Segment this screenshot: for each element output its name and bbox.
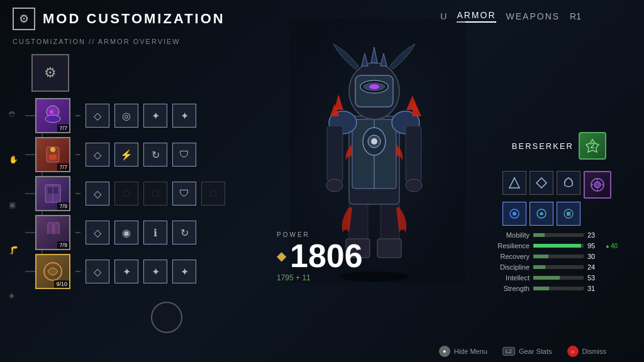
stat-label-mobility: Mobility [487, 231, 530, 239]
stat-row-resilience: Resilience 95 40 [487, 242, 638, 250]
stat-fill-strength [533, 287, 549, 290]
stat-row-recovery: Recovery 30 [487, 253, 638, 260]
stat-row-mobility: Mobility 23 [487, 231, 638, 239]
subclass-icon-5[interactable] [530, 202, 553, 226]
chest-mod-2[interactable]: □ [114, 182, 138, 206]
power-bonus: + 11 [296, 273, 311, 282]
section-title: CUSTOMIZATION // ARMOR OVERVIEW [13, 38, 302, 45]
mod-icon: ◇ [94, 149, 101, 161]
type-icon-chest: ▣ [9, 200, 18, 209]
arms-mod-2[interactable]: ⚡ [114, 143, 138, 167]
armor-item-legs[interactable]: 7/9 [35, 215, 70, 250]
subclass-icon-3[interactable] [557, 171, 580, 195]
svg-point-24 [371, 138, 377, 145]
armor-item-helmet[interactable]: 7/7 [35, 98, 70, 133]
helmet-mod-3[interactable]: ✦ [143, 104, 167, 128]
svg-point-33 [326, 179, 343, 192]
page-title: MOD CUSTOMIZATION [43, 11, 225, 27]
arms-mod-4[interactable]: 🛡 [172, 143, 196, 167]
gear-stats-label: Gear Stats [519, 348, 552, 355]
left-panel: CUSTOMIZATION // ARMOR OVERVIEW ⚙ 7/7 [13, 38, 302, 333]
mod-icon-4: ✦ [180, 110, 189, 122]
hint-gear-stats: L2 Gear Stats [502, 347, 552, 356]
class-mod-1[interactable]: ◇ [86, 260, 109, 283]
type-icon-legs: 🦵 [9, 246, 18, 255]
armor-tree: ⚙ 7/7 ◇ ◎ ✦ [13, 54, 302, 333]
arms-mod-1[interactable]: ◇ [86, 143, 109, 167]
subclass-icon-2[interactable] [530, 171, 553, 195]
helmet-mod-2[interactable]: ◎ [114, 104, 138, 128]
svg-point-1 [45, 115, 60, 123]
red-circle-icon: ○ [567, 346, 579, 357]
legs-mod-3[interactable]: ℹ [143, 221, 167, 244]
stat-bar-recovery [533, 255, 584, 258]
mod-icon: ◇ [94, 227, 101, 239]
subclass-icon-4[interactable] [502, 202, 526, 226]
power-value-container: ◆ 1806 [277, 239, 363, 272]
legs-mod-1[interactable]: ◇ [86, 221, 109, 244]
arms-mod-slots: ◇ ⚡ ↻ 🛡 [75, 143, 196, 167]
stat-value-resilience: 95 [587, 242, 601, 250]
chest-mod-5[interactable]: □ [201, 182, 225, 206]
h-connector-chest [25, 193, 35, 194]
mod-icon: ↻ [152, 149, 160, 161]
bottom-empty-node [151, 302, 182, 333]
subclass-icon-6[interactable] [557, 202, 580, 226]
stat-row-discipline: Discipline 24 [487, 263, 638, 271]
svg-rect-18 [377, 239, 401, 258]
stat-value-recovery: 30 [587, 253, 601, 260]
helmet-mod-4[interactable]: ✦ [172, 104, 196, 128]
svg-text:2: 2 [591, 141, 595, 150]
mod-icon-3: ✦ [152, 110, 160, 122]
legs-mod-2[interactable]: ◉ [114, 221, 138, 244]
armor-item-arms[interactable]: 7/7 [35, 137, 70, 172]
tab-weapons[interactable]: WEAPONS [506, 11, 560, 21]
subclass-top-row [502, 171, 611, 199]
svg-rect-12 [54, 234, 59, 241]
legs-mod-slots: ◇ ◉ ℹ ↻ [75, 221, 196, 244]
l2-button-icon: L2 [502, 347, 515, 356]
chest-mod-1[interactable]: ◇ [86, 182, 109, 206]
svg-point-40 [369, 84, 379, 89]
chest-mod-3[interactable]: □ [143, 182, 167, 206]
chest-mod-slots: ◇ □ □ 🛡 □ [75, 182, 225, 206]
stat-value-mobility: 23 [587, 231, 601, 239]
svg-point-2 [50, 110, 53, 114]
stat-value-discipline: 24 [587, 263, 601, 271]
master-config-node[interactable]: ⚙ [31, 54, 69, 92]
subclass-icon-1[interactable] [502, 171, 526, 195]
h-connector-arms [25, 154, 35, 155]
legs-mod-4[interactable]: ↻ [172, 221, 196, 244]
stat-label-recovery: Recovery [487, 253, 530, 260]
power-number: 1806 [290, 239, 363, 272]
connector [75, 154, 80, 155]
class-mod-3[interactable]: ✦ [143, 260, 167, 283]
armor-item-class[interactable]: 9/10 [35, 254, 70, 289]
stat-bar-strength [533, 287, 584, 290]
svg-point-5 [50, 147, 55, 152]
mod-icon: □ [123, 188, 130, 199]
svg-rect-4 [49, 155, 57, 160]
svg-point-48 [594, 182, 601, 188]
armor-item-chest[interactable]: 7/9 [35, 176, 70, 211]
hint-hide-menu: ● Hide Menu [439, 346, 487, 357]
armor-row-chest: 7/9 ◇ □ □ 🛡 □ [25, 176, 302, 211]
stat-label-resilience: Resilience [487, 242, 530, 250]
dismiss-label: Dismiss [582, 348, 607, 355]
mod-icon: ◇ [94, 188, 101, 200]
berserker-icon[interactable]: 2 [579, 132, 606, 160]
svg-point-54 [513, 212, 516, 216]
helmet-mod-1[interactable]: ◇ [86, 104, 109, 128]
class-mod-4[interactable]: ✦ [172, 260, 196, 283]
stat-label-intellect: Intellect [487, 274, 530, 282]
class-mod-2[interactable]: ✦ [114, 260, 138, 283]
exotic-mod-slot[interactable] [584, 171, 611, 199]
stat-label-strength: Strength [487, 285, 530, 292]
hide-menu-label: Hide Menu [454, 348, 487, 355]
berserker-badge: Berserker 2 [512, 132, 606, 160]
mod-icon: ◉ [122, 227, 131, 239]
connector [75, 232, 80, 233]
arms-mod-3[interactable]: ↻ [143, 143, 167, 167]
chest-mod-4[interactable]: 🛡 [172, 182, 196, 206]
stat-fill-resilience [533, 244, 581, 248]
